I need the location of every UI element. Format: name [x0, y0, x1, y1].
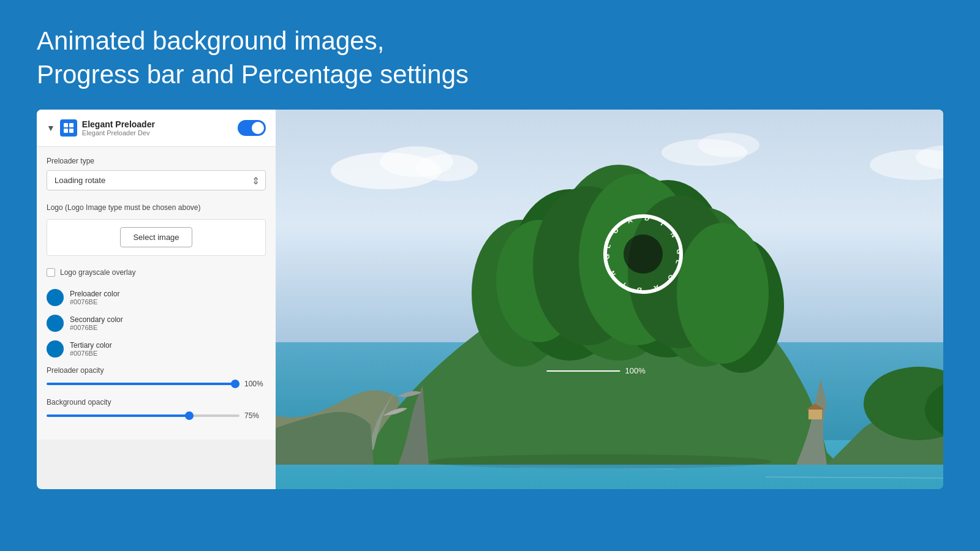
background-opacity-section: Background opacity 75% — [47, 398, 266, 420]
progress-container: 100% — [547, 366, 646, 375]
background-opacity-slider[interactable] — [47, 414, 239, 417]
tertiary-color-swatch[interactable] — [47, 340, 64, 358]
secondary-color-info: Secondary color #0076BE — [70, 315, 123, 331]
select-image-button[interactable]: Select image — [120, 227, 192, 247]
main-content: ▼ Elegant Preloader Elegant Preloader De… — [37, 110, 943, 489]
preloader-color-name: Preloader color — [70, 290, 119, 298]
right-panel: L O A D I N G L O A D I N G 100% — [276, 110, 943, 489]
secondary-color-swatch[interactable] — [47, 315, 64, 332]
header: Animated background images, Progress bar… — [0, 0, 980, 110]
svg-rect-31 — [809, 410, 822, 419]
progress-fill — [547, 370, 620, 372]
secondary-color-hex: #0076BE — [70, 324, 123, 331]
svg-rect-1 — [69, 123, 74, 127]
preloader-color-hex: #0076BE — [70, 298, 119, 305]
tertiary-color-hex: #0076BE — [70, 350, 112, 357]
svg-rect-0 — [64, 123, 68, 127]
loading-spinner: L O A D I N G L O A D I N G — [600, 211, 686, 297]
preloader-opacity-section: Preloader opacity 100% — [47, 366, 266, 388]
preloader-opacity-label: Preloader opacity — [47, 366, 266, 375]
panel-header: ▼ Elegant Preloader Elegant Preloader De… — [37, 110, 276, 147]
plugin-dev: Elegant Preloader Dev — [82, 129, 155, 137]
progress-label: 100% — [625, 366, 646, 375]
background-opacity-value: 75% — [244, 411, 266, 420]
svg-point-30 — [925, 379, 943, 440]
preloader-color-swatch[interactable] — [47, 289, 64, 306]
logo-label: Logo (Logo Image type must be chosen abo… — [47, 203, 266, 213]
svg-point-35 — [624, 234, 663, 274]
background-opacity-slider-row: 75% — [47, 411, 266, 420]
background-opacity-label: Background opacity — [47, 398, 266, 407]
svg-marker-32 — [806, 403, 824, 410]
tertiary-color-name: Tertiary color — [70, 341, 112, 350]
preloader-type-select[interactable]: Loading rotate — [47, 170, 266, 190]
panel-body: Preloader type Loading rotate ⇕ Logo (Lo… — [37, 147, 276, 440]
preloader-opacity-slider[interactable] — [47, 383, 239, 385]
progress-track — [547, 370, 620, 372]
svg-line-15 — [766, 477, 943, 478]
page-title: Animated background images, Progress bar… — [37, 24, 943, 91]
svg-point-29 — [864, 367, 943, 440]
preloader-color-info: Preloader color #0076BE — [70, 290, 119, 305]
panel-header-left: ▼ Elegant Preloader Elegant Preloader De… — [47, 119, 155, 137]
logo-section: Logo (Logo Image type must be chosen abo… — [47, 203, 266, 256]
preloader-opacity-value: 100% — [244, 380, 266, 388]
secondary-color-name: Secondary color — [70, 315, 123, 324]
spinner-svg: L O A D I N G L O A D I N G — [600, 211, 686, 297]
plugin-icon — [60, 119, 77, 137]
svg-rect-2 — [64, 129, 68, 133]
grayscale-label: Logo grayscale overlay — [60, 268, 135, 277]
svg-line-13 — [306, 459, 459, 460]
secondary-color-row[interactable]: Secondary color #0076BE — [47, 315, 266, 332]
panel-title-block: Elegant Preloader Elegant Preloader Dev — [82, 119, 155, 137]
preloader-type-label: Preloader type — [47, 157, 266, 165]
tertiary-color-info: Tertiary color #0076BE — [70, 341, 112, 357]
left-panel: ▼ Elegant Preloader Elegant Preloader De… — [37, 110, 276, 489]
svg-rect-12 — [276, 440, 943, 489]
svg-line-14 — [521, 468, 674, 469]
toggle-slider — [238, 120, 266, 136]
preview-background: L O A D I N G L O A D I N G 100% — [276, 110, 943, 489]
svg-rect-3 — [69, 129, 74, 133]
preloader-color-row[interactable]: Preloader color #0076BE — [47, 289, 266, 306]
grayscale-checkbox[interactable] — [47, 268, 55, 277]
grayscale-checkbox-row[interactable]: Logo grayscale overlay — [47, 268, 266, 277]
preloader-opacity-slider-row: 100% — [47, 380, 266, 388]
preloader-type-wrapper: Loading rotate ⇕ — [47, 170, 266, 190]
panel-collapse-arrow[interactable]: ▼ — [47, 123, 55, 133]
logo-drop-area[interactable]: Select image — [47, 219, 266, 256]
tertiary-color-row[interactable]: Tertiary color #0076BE — [47, 340, 266, 358]
plugin-name: Elegant Preloader — [82, 119, 155, 129]
svg-point-33 — [429, 454, 772, 469]
enable-toggle[interactable] — [238, 120, 266, 136]
